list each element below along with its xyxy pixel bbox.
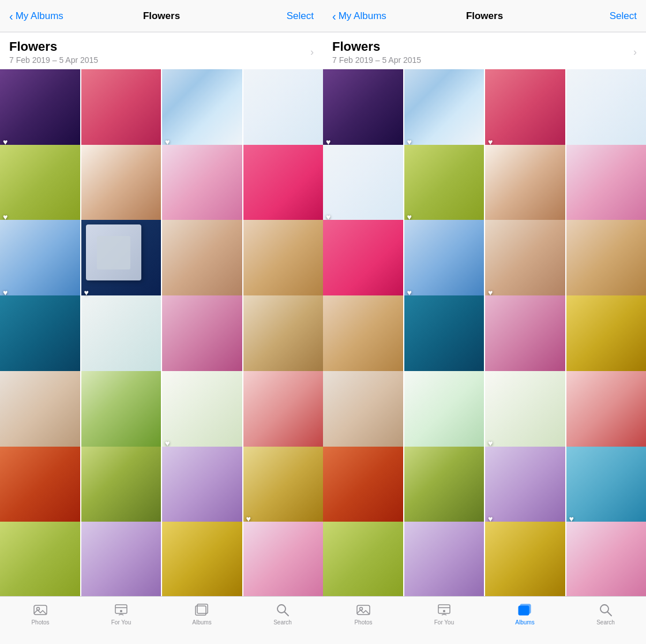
back-button-left[interactable]: ‹ My Albums <box>9 10 63 22</box>
photo-cell[interactable] <box>81 447 162 527</box>
photo-cell[interactable] <box>243 69 324 149</box>
back-button-right[interactable]: ‹ My Albums <box>332 10 386 22</box>
photo-cell[interactable] <box>485 522 565 596</box>
tab-photos-right[interactable]: Photos <box>346 602 381 626</box>
photo-cell[interactable] <box>243 295 324 376</box>
photo-cell[interactable] <box>566 522 647 596</box>
photo-cell[interactable]: ♥ <box>243 447 324 527</box>
album-header-left: Flowers 7 Feb 2019 – 5 Apr 2015 › <box>0 32 323 69</box>
photo-cell[interactable] <box>566 220 647 300</box>
photo-grid-right: ♥ ♥ ♥ ♥ ♥ ♥ ♥ ♥ ♥ ♥ <box>323 69 646 596</box>
photo-cell[interactable]: ♥ <box>485 447 565 527</box>
foryou-icon-right <box>437 602 452 617</box>
photo-cell[interactable]: ♥ <box>404 220 484 300</box>
photo-cell[interactable] <box>404 295 484 376</box>
photo-grid-left: ♥ ♥ ♥ ♥ ♥ ♥ ♥ <box>0 69 323 596</box>
photos-icon-right <box>356 602 371 617</box>
album-dates-left: 7 Feb 2019 – 5 Apr 2015 <box>9 55 98 65</box>
photo-cell[interactable] <box>566 145 647 225</box>
album-arrow-left[interactable]: › <box>310 46 314 58</box>
svg-line-17 <box>608 612 612 616</box>
photo-cell[interactable] <box>0 522 80 596</box>
photo-cell-overlay[interactable]: ♥ <box>81 220 162 300</box>
photo-cell[interactable] <box>566 69 647 149</box>
tab-foryou-left[interactable]: For You <box>104 602 138 626</box>
photo-cell[interactable]: ♥ <box>485 69 565 149</box>
photo-cell[interactable] <box>162 220 242 300</box>
tab-foryou-right[interactable]: For You <box>427 602 461 626</box>
album-title-right: Flowers <box>332 39 421 54</box>
right-panel: ‹ My Albums Flowers Select Flowers 7 Feb… <box>323 0 646 644</box>
photo-cell[interactable]: ♥ <box>0 145 80 225</box>
heart-icon: ♥ <box>84 288 89 297</box>
photo-cell[interactable]: ♥ <box>566 447 647 527</box>
photo-cell[interactable]: ♥ <box>0 220 80 300</box>
tab-label-foryou-left: For You <box>111 619 131 626</box>
photo-cell[interactable] <box>323 447 403 527</box>
photo-cell[interactable]: ♥ <box>404 69 484 149</box>
album-info-left: Flowers 7 Feb 2019 – 5 Apr 2015 <box>9 39 98 65</box>
photo-cell[interactable]: ♥ <box>485 371 565 451</box>
photo-cell[interactable] <box>485 145 565 225</box>
photo-cell[interactable] <box>0 295 80 376</box>
photo-cell[interactable]: ♥ <box>162 69 242 149</box>
photo-cell[interactable]: ♥ <box>0 69 80 149</box>
photo-cell[interactable] <box>81 371 162 451</box>
photo-cell[interactable] <box>323 522 403 596</box>
photo-cell[interactable]: ♥ <box>485 220 565 300</box>
nav-title-right: Flowers <box>466 10 503 22</box>
tab-albums-right[interactable]: Albums <box>508 602 542 626</box>
photo-cell[interactable] <box>81 145 162 225</box>
photo-cell[interactable] <box>404 447 484 527</box>
photo-cell[interactable] <box>0 371 80 451</box>
tab-albums-left[interactable]: Albums <box>185 602 219 626</box>
search-icon-left <box>275 602 290 617</box>
photo-cell[interactable]: ♥ <box>323 69 403 149</box>
tab-search-left[interactable]: Search <box>265 602 300 626</box>
photo-cell[interactable] <box>162 447 242 527</box>
photo-cell[interactable] <box>323 220 403 300</box>
photo-cell[interactable] <box>404 522 484 596</box>
nav-bar-right: ‹ My Albums Flowers Select <box>323 0 646 32</box>
albums-icon-right <box>517 602 532 617</box>
album-title-left: Flowers <box>9 39 98 54</box>
photos-icon <box>33 602 48 617</box>
photo-cell[interactable] <box>323 371 403 451</box>
photo-cell[interactable] <box>162 145 242 225</box>
chevron-left-icon-right: ‹ <box>332 10 336 22</box>
back-label-left: My Albums <box>16 10 63 22</box>
tab-photos-left[interactable]: Photos <box>23 602 58 626</box>
nav-title-left: Flowers <box>143 10 180 22</box>
photo-cell[interactable] <box>485 295 565 376</box>
nav-bar-left: ‹ My Albums Flowers Select <box>0 0 323 32</box>
photo-cell[interactable] <box>81 522 162 596</box>
photo-overlay-card <box>86 224 142 280</box>
photo-cell[interactable] <box>566 371 647 451</box>
tab-label-search-left: Search <box>273 619 292 626</box>
photo-cell[interactable] <box>243 220 324 300</box>
photo-cell[interactable]: ♥ <box>162 371 242 451</box>
select-button-left[interactable]: Select <box>287 10 314 22</box>
photo-cell[interactable] <box>323 295 403 376</box>
photo-cell[interactable] <box>81 295 162 376</box>
photo-cell[interactable] <box>162 522 242 596</box>
photo-cell[interactable]: ♥ <box>404 145 484 225</box>
photo-cell[interactable] <box>404 371 484 451</box>
photo-cell[interactable]: ♥ <box>323 145 403 225</box>
tab-label-albums-left: Albums <box>192 619 211 626</box>
foryou-icon <box>114 602 129 617</box>
select-button-right[interactable]: Select <box>610 10 637 22</box>
photo-cell[interactable] <box>162 295 242 376</box>
photo-cell[interactable] <box>243 145 324 225</box>
photo-cell[interactable] <box>243 371 324 451</box>
tab-label-photos-left: Photos <box>31 619 49 626</box>
photo-cell[interactable] <box>243 522 324 596</box>
album-arrow-right[interactable]: › <box>633 46 637 58</box>
chevron-left-icon: ‹ <box>9 10 13 22</box>
tab-label-search-right: Search <box>596 619 615 626</box>
tab-search-right[interactable]: Search <box>588 602 623 626</box>
photo-cell[interactable] <box>566 295 647 376</box>
photo-cell[interactable] <box>0 447 80 527</box>
photo-cell[interactable] <box>81 69 162 149</box>
album-dates-right: 7 Feb 2019 – 5 Apr 2015 <box>332 55 421 65</box>
